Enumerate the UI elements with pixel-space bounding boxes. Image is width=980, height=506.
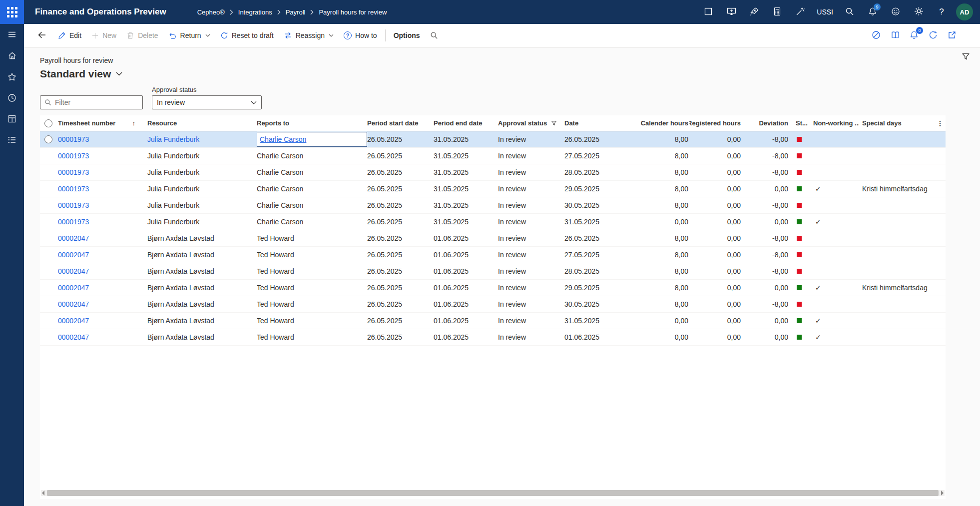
account-button[interactable]: AD: [953, 0, 976, 24]
column-header-date[interactable]: Date: [564, 119, 631, 127]
cell-calender-hours[interactable]: 0,00: [631, 333, 689, 341]
cell-registered-hours[interactable]: 0,00: [689, 251, 742, 259]
cell-reports-to[interactable]: Charlie Carson: [257, 168, 367, 176]
cell-registered-hours[interactable]: 0,00: [689, 218, 742, 226]
expand-menu-button[interactable]: [0, 24, 24, 46]
back-button[interactable]: [33, 30, 51, 41]
column-header-period-start[interactable]: Period start date: [367, 119, 434, 127]
column-header-deviation[interactable]: Deviation: [742, 119, 789, 127]
cell-period-end-date[interactable]: 01.06.2025: [434, 267, 498, 275]
cell-registered-hours[interactable]: 0,00: [689, 234, 742, 242]
cell-approval-status[interactable]: In review: [498, 333, 564, 341]
cell-registered-hours[interactable]: 0,00: [689, 135, 742, 143]
cell-registered-hours[interactable]: 0,00: [689, 152, 742, 160]
environment-label[interactable]: USSI: [812, 8, 838, 16]
cell-approval-status[interactable]: In review: [498, 300, 564, 308]
scroll-right-arrow-icon[interactable]: [941, 491, 944, 496]
cell-period-start-date[interactable]: 26.05.2025: [367, 317, 434, 325]
cell-resource[interactable]: Julia Funderburk: [147, 168, 257, 176]
cell-date[interactable]: 28.05.2025: [564, 168, 631, 176]
column-header-period-end[interactable]: Period end date: [434, 119, 498, 127]
cell-resource[interactable]: Bjørn Axdata Løvstad: [147, 251, 257, 259]
column-header-approval-status[interactable]: Approval status: [498, 119, 564, 127]
row-select-radio[interactable]: [40, 135, 58, 143]
cell-registered-hours[interactable]: 0,00: [689, 185, 742, 193]
cell-date[interactable]: 28.05.2025: [564, 267, 631, 275]
cell-approval-status[interactable]: In review: [498, 317, 564, 325]
notifications-button[interactable]: 9: [861, 0, 884, 24]
cell-resource[interactable]: Bjørn Axdata Løvstad: [147, 284, 257, 292]
row-select-radio[interactable]: [40, 251, 58, 259]
refresh-button[interactable]: [925, 27, 941, 43]
return-button[interactable]: Return: [163, 27, 215, 44]
row-select-radio[interactable]: [40, 234, 58, 242]
grid-filter-box[interactable]: [40, 95, 143, 109]
cell-reports-to[interactable]: Ted Howard: [257, 284, 367, 292]
cell-status[interactable]: [789, 137, 809, 142]
cell-calender-hours[interactable]: 8,00: [631, 267, 689, 275]
cell-date[interactable]: 31.05.2025: [564, 218, 631, 226]
table-row[interactable]: 00001973 Julia Funderburk Charlie Carson…: [40, 148, 946, 164]
cell-period-end-date[interactable]: 01.06.2025: [434, 284, 498, 292]
cell-calender-hours[interactable]: 8,00: [631, 300, 689, 308]
cell-period-start-date[interactable]: 26.05.2025: [367, 300, 434, 308]
column-header-calender-hours[interactable]: Calender hours: [631, 119, 689, 127]
cell-period-end-date[interactable]: 01.06.2025: [434, 251, 498, 259]
cell-resource[interactable]: Bjørn Axdata Løvstad: [147, 267, 257, 275]
cell-timesheet-number[interactable]: 00002047: [58, 251, 147, 259]
cell-period-end-date[interactable]: 31.05.2025: [434, 201, 498, 209]
feedback-button[interactable]: [884, 0, 907, 24]
cell-period-start-date[interactable]: 26.05.2025: [367, 218, 434, 226]
cell-deviation[interactable]: -8,00: [742, 300, 789, 308]
cell-timesheet-number[interactable]: 00001973: [58, 218, 147, 226]
cell-reports-to[interactable]: Charlie Carson: [257, 152, 367, 160]
cell-status[interactable]: [789, 186, 809, 191]
cell-reports-to[interactable]: Ted Howard: [257, 317, 367, 325]
cell-registered-hours[interactable]: 0,00: [689, 284, 742, 292]
cell-timesheet-number[interactable]: 00002047: [58, 333, 147, 341]
select-all-radio[interactable]: [40, 119, 58, 127]
cell-approval-status[interactable]: In review: [498, 234, 564, 242]
cell-calender-hours[interactable]: 0,00: [631, 218, 689, 226]
calculator-button[interactable]: [766, 0, 789, 24]
reassign-button[interactable]: Reassign: [279, 27, 339, 44]
table-row[interactable]: 00002047 Bjørn Axdata Løvstad Ted Howard…: [40, 230, 946, 247]
cell-date[interactable]: 31.05.2025: [564, 317, 631, 325]
app-title[interactable]: Finance and Operations Preview: [35, 7, 166, 17]
cell-date[interactable]: 27.05.2025: [564, 251, 631, 259]
cell-resource[interactable]: Julia Funderburk: [147, 218, 257, 226]
table-row[interactable]: 00001973 Julia Funderburk Charlie Carson…: [40, 164, 946, 181]
column-header-status[interactable]: St...: [789, 119, 809, 127]
cell-period-start-date[interactable]: 26.05.2025: [367, 135, 434, 143]
cell-approval-status[interactable]: In review: [498, 152, 564, 160]
scrollbar-thumb[interactable]: [47, 490, 939, 496]
table-row[interactable]: 00002047 Bjørn Axdata Løvstad Ted Howard…: [40, 313, 946, 329]
table-row[interactable]: 00002047 Bjørn Axdata Løvstad Ted Howard…: [40, 263, 946, 280]
cell-status[interactable]: [789, 302, 809, 307]
app-launcher-button[interactable]: [0, 0, 24, 24]
cell-special-days[interactable]: Kristi himmelfartsdag: [859, 284, 941, 292]
table-row[interactable]: 00002047 Bjørn Axdata Løvstad Ted Howard…: [40, 280, 946, 296]
cell-period-end-date[interactable]: 01.06.2025: [434, 333, 498, 341]
cell-date[interactable]: 30.05.2025: [564, 300, 631, 308]
cell-period-start-date[interactable]: 26.05.2025: [367, 234, 434, 242]
cell-non-working[interactable]: ✓: [809, 284, 859, 292]
cell-status[interactable]: [789, 269, 809, 274]
cell-deviation[interactable]: -8,00: [742, 251, 789, 259]
cell-reports-to[interactable]: Ted Howard: [257, 267, 367, 275]
cell-registered-hours[interactable]: 0,00: [689, 201, 742, 209]
cell-status[interactable]: [789, 335, 809, 340]
column-header-registered-hours[interactable]: Registered hours: [689, 119, 742, 127]
cell-resource[interactable]: Julia Funderburk: [147, 185, 257, 193]
cell-calender-hours[interactable]: 8,00: [631, 251, 689, 259]
row-select-radio[interactable]: [40, 300, 58, 308]
search-button[interactable]: [838, 0, 861, 24]
row-select-radio[interactable]: [40, 185, 58, 193]
cell-date[interactable]: 26.05.2025: [564, 135, 631, 143]
cell-resource[interactable]: Bjørn Axdata Løvstad: [147, 333, 257, 341]
cell-status[interactable]: [789, 219, 809, 224]
cell-approval-status[interactable]: In review: [498, 251, 564, 259]
cell-period-end-date[interactable]: 31.05.2025: [434, 185, 498, 193]
table-row[interactable]: 00002047 Bjørn Axdata Løvstad Ted Howard…: [40, 296, 946, 313]
cell-timesheet-number[interactable]: 00001973: [58, 168, 147, 176]
